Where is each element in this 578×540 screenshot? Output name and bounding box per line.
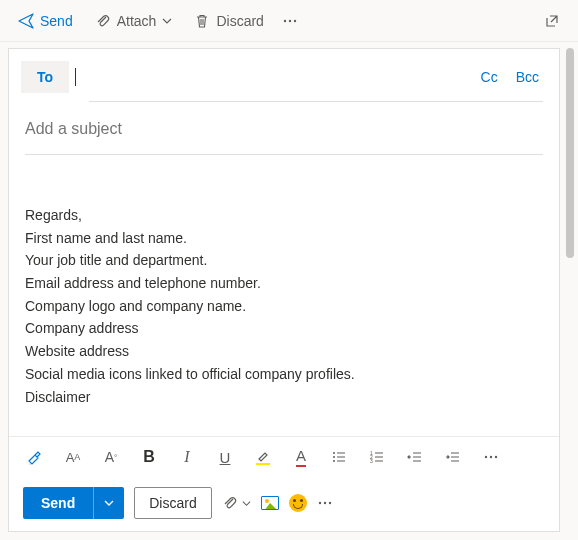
font-size-icon: A°: [105, 449, 118, 465]
trash-icon: [194, 13, 210, 29]
format-painter-button[interactable]: [23, 445, 47, 469]
to-button[interactable]: To: [21, 61, 69, 93]
font-color-button[interactable]: A: [289, 445, 313, 469]
subject-row: [9, 102, 559, 148]
subject-input[interactable]: [25, 120, 543, 138]
highlight-icon: [256, 450, 270, 465]
font-button[interactable]: AA: [61, 445, 85, 469]
svg-point-13: [324, 502, 326, 504]
body-line: Website address: [25, 341, 543, 363]
body-line: Company address: [25, 318, 543, 340]
bcc-button[interactable]: Bcc: [512, 69, 543, 85]
highlight-button[interactable]: [251, 445, 275, 469]
font-color-icon: A: [296, 447, 306, 467]
bold-button[interactable]: B: [137, 445, 161, 469]
svg-point-5: [333, 460, 335, 462]
discard-button-top[interactable]: Discard: [184, 7, 273, 35]
body-line: Email address and telephone number.: [25, 273, 543, 295]
body-line: Disclaimer: [25, 387, 543, 409]
font-icon: AA: [66, 450, 81, 465]
svg-point-4: [333, 456, 335, 458]
emoji-icon: [289, 494, 307, 512]
discard-label: Discard: [216, 13, 263, 29]
ellipsis-icon: [483, 449, 499, 465]
send-options-button[interactable]: [93, 487, 124, 519]
send-icon: [18, 13, 34, 29]
bullets-icon: [331, 449, 347, 465]
svg-point-12: [319, 502, 321, 504]
indent-button[interactable]: [441, 445, 465, 469]
format-more-button[interactable]: [479, 445, 503, 469]
to-label: To: [37, 69, 53, 85]
outdent-icon: [407, 449, 423, 465]
indent-icon: [445, 449, 461, 465]
cc-button[interactable]: Cc: [477, 69, 502, 85]
ellipsis-icon: [282, 13, 298, 29]
popout-icon: [544, 13, 560, 29]
send-split-button: Send: [23, 487, 124, 519]
scrollbar[interactable]: [566, 48, 574, 258]
bullets-button[interactable]: [327, 445, 351, 469]
top-toolbar: Send Attach Discard: [0, 0, 578, 42]
svg-point-14: [329, 502, 331, 504]
outdent-button[interactable]: [403, 445, 427, 469]
format-painter-icon: [26, 448, 44, 466]
popout-button[interactable]: [534, 7, 570, 35]
compose-pane: To Cc Bcc Regards,First name and last na…: [8, 48, 560, 532]
send-label: Send: [40, 13, 73, 29]
more-menu-top[interactable]: [276, 7, 304, 35]
chevron-down-icon: [162, 16, 172, 26]
body-line: Your job title and department.: [25, 250, 543, 272]
paperclip-icon: [95, 13, 111, 29]
send-button-top[interactable]: Send: [8, 7, 83, 35]
discard-button[interactable]: Discard: [134, 487, 211, 519]
numbering-icon: 123: [369, 449, 385, 465]
chevron-down-icon: [104, 498, 114, 508]
bottom-bar: Send Discard: [9, 477, 559, 531]
chevron-down-icon: [242, 499, 251, 508]
ellipsis-icon: [317, 495, 333, 511]
more-actions-button[interactable]: [317, 495, 333, 511]
italic-button[interactable]: I: [175, 445, 199, 469]
body-line: Regards,: [25, 205, 543, 227]
text-cursor: [75, 68, 76, 86]
picture-icon: [261, 496, 279, 510]
body-line: Company logo and company name.: [25, 296, 543, 318]
attach-label: Attach: [117, 13, 157, 29]
send-button[interactable]: Send: [23, 487, 93, 519]
to-row: To Cc Bcc: [9, 49, 559, 101]
to-input[interactable]: [86, 63, 466, 91]
font-size-button[interactable]: A°: [99, 445, 123, 469]
numbering-button[interactable]: 123: [365, 445, 389, 469]
svg-point-0: [284, 19, 286, 21]
attach-button[interactable]: Attach: [85, 7, 183, 35]
svg-text:3: 3: [370, 458, 373, 464]
body-line: First name and last name.: [25, 228, 543, 250]
format-toolbar: AA A° B I U A 123: [9, 436, 559, 477]
paperclip-icon: [222, 495, 238, 511]
attach-inline-button[interactable]: [222, 495, 251, 511]
email-body[interactable]: Regards,First name and last name.Your jo…: [9, 155, 559, 436]
insert-picture-button[interactable]: [261, 496, 279, 510]
svg-point-9: [485, 456, 487, 458]
underline-button[interactable]: U: [213, 445, 237, 469]
svg-point-10: [490, 456, 492, 458]
body-line: Social media icons linked to official co…: [25, 364, 543, 386]
svg-point-11: [495, 456, 497, 458]
svg-point-3: [333, 452, 335, 454]
svg-point-1: [289, 19, 291, 21]
insert-emoji-button[interactable]: [289, 494, 307, 512]
svg-point-2: [294, 19, 296, 21]
